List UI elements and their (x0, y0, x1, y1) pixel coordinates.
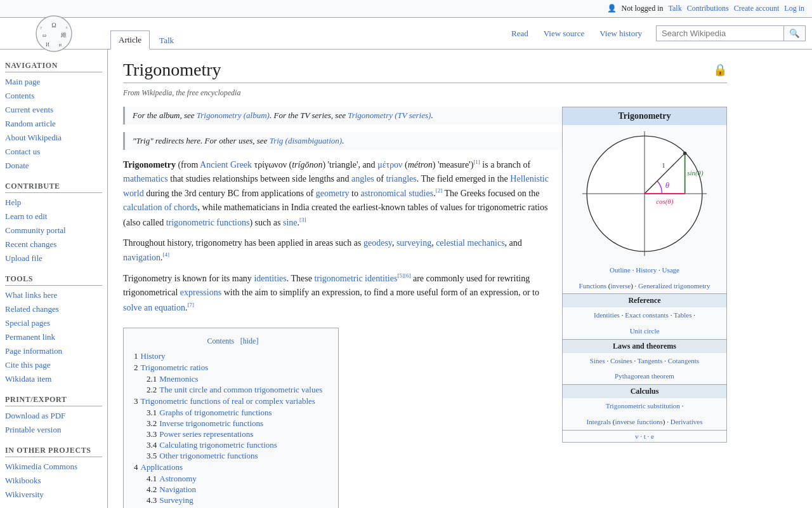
toc-item-3-2[interactable]: 3.2Inverse trigonometric functions (147, 418, 328, 429)
from-line: From Wikipedia, the free encyclopedia (123, 88, 727, 98)
hatnote-trig-link[interactable]: Trig (disambiguation) (270, 136, 343, 145)
toc-item-4-3[interactable]: 4.3Surveying (147, 495, 328, 505)
sidebar-item-printable[interactable]: Printable version (5, 423, 102, 437)
hatnote-album-link[interactable]: Trigonometry (album) (197, 110, 270, 120)
svg-text:cos(θ): cos(θ) (656, 197, 673, 206)
main-content: Trigonometry 🔒 From Wikipedia, the free … (108, 50, 742, 508)
toc-item-2-1[interactable]: 2.1Mnemonics (147, 374, 328, 384)
create-account-link[interactable]: Create account (734, 4, 780, 13)
toc-item-4-1[interactable]: 4.1Astronomy (147, 474, 328, 484)
svg-text:維: 維 (60, 32, 67, 38)
svg-text:θ: θ (665, 181, 669, 190)
toc-item-3-4[interactable]: 3.4Calculating trigonometric functions (147, 440, 328, 450)
page-title: Trigonometry 🔒 (123, 60, 727, 83)
infobox-calculus-links2: Integrals (inverse functions) · Derivati… (563, 414, 726, 430)
infobox-reference-links1: Identities · Exact constants · Tables · (563, 307, 726, 323)
svg-text:Ω: Ω (51, 22, 56, 29)
toc-item-3-5[interactable]: 3.5Other trigonometric functions (147, 451, 328, 461)
sidebar-item-current-events[interactable]: Current events (5, 103, 102, 117)
action-view-source[interactable]: View source (536, 18, 593, 49)
infobox-laws-title: Laws and theorems (563, 339, 726, 353)
infobox-reference-title: Reference (563, 293, 726, 307)
svg-text:И: И (46, 42, 49, 48)
sidebar-item-related-changes[interactable]: Related changes (5, 302, 102, 316)
infobox-title: Trigonometry (563, 107, 726, 125)
top-bar: 👤 Not logged in Talk Contributions Creat… (0, 0, 812, 18)
wikipedia-logo: Ω ω 維 И и у х (35, 15, 73, 53)
navigation-section-title: Navigation (5, 57, 102, 72)
not-logged-in-icon: 👤 (607, 4, 617, 13)
toc-item-2[interactable]: 2Trigonometric ratios (134, 363, 328, 373)
hatnote-tv-link[interactable]: Trigonometry (TV series) (348, 110, 431, 120)
toc-title: Contents [hide] (134, 336, 328, 346)
toc-item-4[interactable]: 4Applications (134, 462, 328, 472)
sidebar-item-upload[interactable]: Upload file (5, 251, 102, 265)
toc-list: 1History 2Trigonometric ratios 2.1Mnemon… (134, 351, 328, 508)
tools-section-title: Tools (5, 271, 102, 286)
log-in-link[interactable]: Log in (784, 4, 804, 13)
svg-text:1: 1 (662, 161, 665, 169)
infobox-footer: v · t · e (563, 430, 726, 442)
toc-item-3[interactable]: 3Trigonometric functions of real or comp… (134, 396, 328, 406)
action-view-history[interactable]: View history (592, 18, 650, 49)
not-logged-in-label: Not logged in (622, 4, 664, 13)
svg-text:у: у (40, 25, 43, 30)
sidebar: Navigation Main page Contents Current ev… (0, 50, 108, 508)
sidebar-item-help[interactable]: Help (5, 196, 102, 210)
infobox-laws-links2: Pythagorean theorem (563, 368, 726, 384)
sidebar-item-download-pdf[interactable]: Download as PDF (5, 409, 102, 423)
infobox-outline-links: Outline · History · Usage (563, 262, 726, 278)
sidebar-item-random-article[interactable]: Random article (5, 117, 102, 131)
actions-area: Read View source View history (504, 18, 650, 49)
svg-text:и: и (59, 42, 62, 48)
nav-tabs: Article Talk (108, 18, 504, 49)
sidebar-item-page-info[interactable]: Page information (5, 344, 102, 358)
contributions-link[interactable]: Contributions (687, 4, 729, 13)
infobox-functions-links: Functions (inverse) · Generalized trigon… (563, 278, 726, 294)
other-projects-title: In other projects (5, 442, 102, 457)
sidebar-item-wikiversity[interactable]: Wikiversity (5, 488, 102, 502)
toc-item-1[interactable]: 1History (134, 351, 328, 361)
sidebar-item-recent-changes[interactable]: Recent changes (5, 237, 102, 251)
sidebar-item-special-pages[interactable]: Special pages (5, 316, 102, 330)
sidebar-item-wikidata[interactable]: Wikidata item (5, 372, 102, 386)
svg-point-18 (683, 152, 686, 155)
infobox-reference-links2: Unit circle (563, 323, 726, 339)
toc-item-3-3[interactable]: 3.3Power series representations (147, 429, 328, 439)
sidebar-item-community[interactable]: Community portal (5, 224, 102, 237)
action-read[interactable]: Read (504, 18, 536, 49)
header: Ω ω 維 И и у х Article Talk Read View sou… (0, 18, 812, 50)
sidebar-item-main-page[interactable]: Main page (5, 75, 102, 89)
toc-item-4-2[interactable]: 4.2Navigation (147, 485, 328, 495)
infobox-calculus-links1: Trigonometric substitution · (563, 398, 726, 414)
sidebar-item-contents[interactable]: Contents (5, 89, 102, 103)
sidebar-item-donate[interactable]: Donate (5, 159, 102, 173)
talk-link[interactable]: Talk (669, 4, 682, 13)
search-button[interactable]: 🔍 (783, 26, 805, 41)
layout: Navigation Main page Contents Current ev… (0, 50, 812, 508)
svg-text:х: х (65, 25, 68, 30)
search-bar: 🔍 (656, 25, 806, 41)
sidebar-item-permanent-link[interactable]: Permanent link (5, 330, 102, 344)
toc-item-2-2[interactable]: 2.2The unit circle and common trigonomet… (147, 385, 328, 395)
tab-article[interactable]: Article (110, 30, 150, 50)
sidebar-item-what-links[interactable]: What links here (5, 288, 102, 302)
infobox-diagram: θ 1 sin(θ) cos(θ) (563, 125, 726, 262)
sidebar-item-learn-edit[interactable]: Learn to edit (5, 210, 102, 224)
sidebar-item-about[interactable]: About Wikipedia (5, 131, 102, 145)
sidebar-item-contact[interactable]: Contact us (5, 145, 102, 159)
sidebar-item-wikibooks[interactable]: Wikibooks (5, 474, 102, 488)
infobox-calculus-title: Calculus (563, 384, 726, 398)
infobox-laws-links1: Sines · Cosines · Tangents · Cotangents (563, 353, 726, 369)
sidebar-item-cite[interactable]: Cite this page (5, 358, 102, 372)
tab-talk[interactable]: Talk (151, 31, 182, 50)
svg-text:sin(θ): sin(θ) (687, 169, 704, 177)
contribute-section-title: Contribute (5, 178, 102, 193)
toc-hide-link[interactable]: [hide] (240, 337, 259, 345)
logo-area[interactable]: Ω ω 維 И и у х (0, 18, 108, 49)
sidebar-item-commons[interactable]: Wikimedia Commons (5, 460, 102, 474)
toc-item-3-1[interactable]: 3.1Graphs of trigonometric functions (147, 408, 328, 418)
table-of-contents: Contents [hide] 1History 2Trigonometric … (123, 328, 339, 508)
search-input[interactable] (657, 26, 783, 41)
print-section-title: Print/export (5, 391, 102, 406)
